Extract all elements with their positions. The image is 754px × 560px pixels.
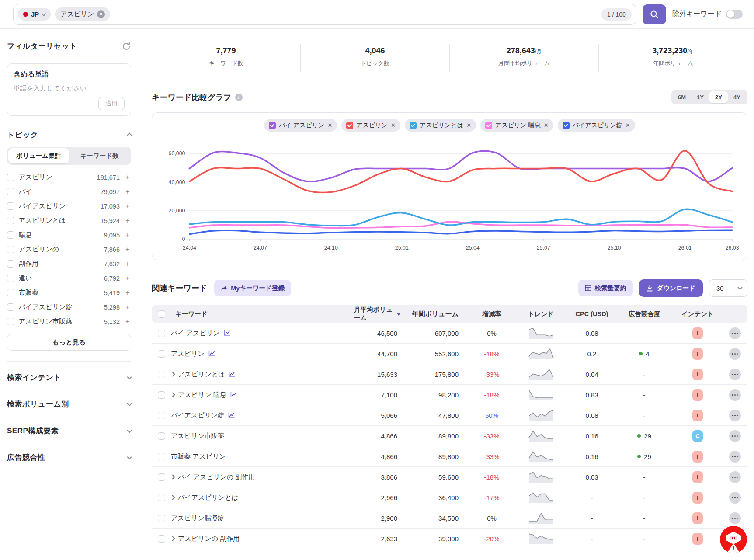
remove-series-icon[interactable]: ✕ [391,122,396,129]
keyword-chart-icon[interactable] [228,412,235,419]
legend-chip[interactable]: アスピリン✕ [341,119,400,132]
row-menu-button[interactable] [729,369,741,380]
add-topic-button[interactable]: + [124,246,131,254]
keyword-text[interactable]: アスピリンとは [178,370,225,379]
add-topic-button[interactable]: + [124,188,131,196]
row-menu-button[interactable] [729,389,741,401]
keyword-text[interactable]: アスピリンの 副作用 [178,535,240,543]
row-checkbox[interactable] [158,371,165,378]
topic-tab-1[interactable]: キーワード数 [69,148,130,163]
row-checkbox[interactable] [158,453,165,460]
show-more-button[interactable]: もっと見る [7,334,131,351]
search-button[interactable] [643,4,666,24]
remove-series-icon[interactable]: ✕ [625,122,630,129]
series-checkbox[interactable] [410,122,417,129]
expand-chevron-icon[interactable] [170,536,175,541]
series-checkbox[interactable] [269,122,276,129]
keyword-text[interactable]: アスピリン 喘息 [178,391,226,399]
select-all-checkbox[interactable] [158,310,165,318]
keyword-chart-icon[interactable] [208,350,215,357]
add-topic-button[interactable]: + [124,303,131,311]
expand-chevron-icon[interactable] [170,372,175,376]
legend-chip[interactable]: アスピリンとは✕ [405,119,476,132]
row-menu-button[interactable] [729,492,741,504]
range-tab-1Y[interactable]: 1Y [691,91,709,103]
row-checkbox[interactable] [158,473,165,481]
include-words-input[interactable]: 単語を入力してください [14,84,125,93]
range-tab-6M[interactable]: 6M [673,91,691,103]
sidebar-section-広告競合性[interactable]: 広告競合性 [7,444,131,471]
exclude-keywords-toggle[interactable] [726,10,743,19]
row-checkbox[interactable] [158,350,165,358]
add-topic-button[interactable]: + [124,231,131,239]
row-checkbox[interactable] [158,412,165,419]
keyword-text[interactable]: バイ アスピリン [171,329,220,337]
row-checkbox[interactable] [158,494,165,501]
keyword-chart-icon[interactable] [228,371,236,378]
download-button[interactable]: ダウンロード [639,279,703,297]
country-selector[interactable]: JP [18,8,51,21]
add-topic-button[interactable]: + [124,275,131,282]
topic-checkbox[interactable] [7,188,14,195]
apply-button[interactable]: 適用 [98,97,125,110]
search-volume-summary-button[interactable]: 検索量要約 [578,280,633,296]
info-icon[interactable]: i [235,94,243,101]
keyword-text[interactable]: バイアスピリンとは [178,494,238,502]
remove-keyword-icon[interactable]: ✕ [97,10,105,18]
topic-checkbox[interactable] [7,231,14,239]
range-tab-4Y[interactable]: 4Y [728,91,746,103]
series-checkbox[interactable] [563,122,570,129]
keyword-text[interactable]: アスピリン [171,350,205,358]
add-topic-button[interactable]: + [124,318,131,326]
register-my-keywords-button[interactable]: Myキーワード登録 [214,280,291,296]
row-menu-button[interactable] [729,512,741,524]
topic-checkbox[interactable] [7,275,14,282]
topic-checkbox[interactable] [7,174,14,181]
legend-chip[interactable]: アスピリン 喘息✕ [480,119,553,132]
reset-icon[interactable] [122,42,131,51]
topic-checkbox[interactable] [7,318,14,325]
support-mascot-button[interactable] [720,526,747,553]
add-topic-button[interactable]: + [124,289,131,297]
header-yearly-volume[interactable]: 年間ボリューム [409,310,470,318]
add-topic-button[interactable]: + [124,202,131,210]
keyword-text[interactable]: アスピリン市販薬 [171,432,224,440]
expand-chevron-icon[interactable] [170,392,175,397]
row-menu-button[interactable] [729,327,741,339]
chevron-up-icon[interactable] [127,132,132,137]
remove-series-icon[interactable]: ✕ [544,122,549,129]
topic-checkbox[interactable] [7,246,14,253]
keyword-text[interactable]: バイアスピリン錠 [171,411,224,420]
expand-chevron-icon[interactable] [170,474,175,479]
legend-chip[interactable]: バイアスピリン錠✕ [558,119,635,132]
series-checkbox[interactable] [346,122,353,129]
legend-chip[interactable]: バイ アスピリン✕ [264,119,337,132]
sidebar-section-検索インテント[interactable]: 検索インテント [7,364,131,391]
row-menu-button[interactable] [729,430,741,442]
row-menu-button[interactable] [729,451,741,463]
topic-checkbox[interactable] [7,303,14,311]
row-checkbox[interactable] [158,330,165,337]
row-checkbox[interactable] [158,432,165,440]
add-topic-button[interactable]: + [124,217,131,225]
topic-tab-0[interactable]: ボリューム集計 [8,148,69,163]
sidebar-section-検索ボリューム別[interactable]: 検索ボリューム別 [7,391,131,417]
keyword-chart-icon[interactable] [230,391,237,398]
keyword-text[interactable]: バイ アスピリンの 副作用 [178,473,255,481]
row-checkbox[interactable] [158,535,165,543]
remove-series-icon[interactable]: ✕ [466,122,471,129]
series-checkbox[interactable] [485,122,492,129]
keyword-tag[interactable]: アスピリン ✕ [55,7,110,21]
range-tab-2Y[interactable]: 2Y [709,91,728,103]
topic-checkbox[interactable] [7,202,14,210]
row-checkbox[interactable] [158,391,165,399]
topic-checkbox[interactable] [7,260,14,268]
remove-series-icon[interactable]: ✕ [327,122,332,129]
search-input[interactable]: JP アスピリン ✕ 1 / 100 [13,4,636,25]
sidebar-section-SERP構成要素[interactable]: SERP構成要素 [7,417,131,444]
expand-chevron-icon[interactable] [170,495,175,500]
page-size-select[interactable]: 30 [709,279,747,297]
keyword-text[interactable]: アスピリン腸溶錠 [171,514,224,522]
topic-checkbox[interactable] [7,289,14,296]
row-checkbox[interactable] [158,515,165,522]
